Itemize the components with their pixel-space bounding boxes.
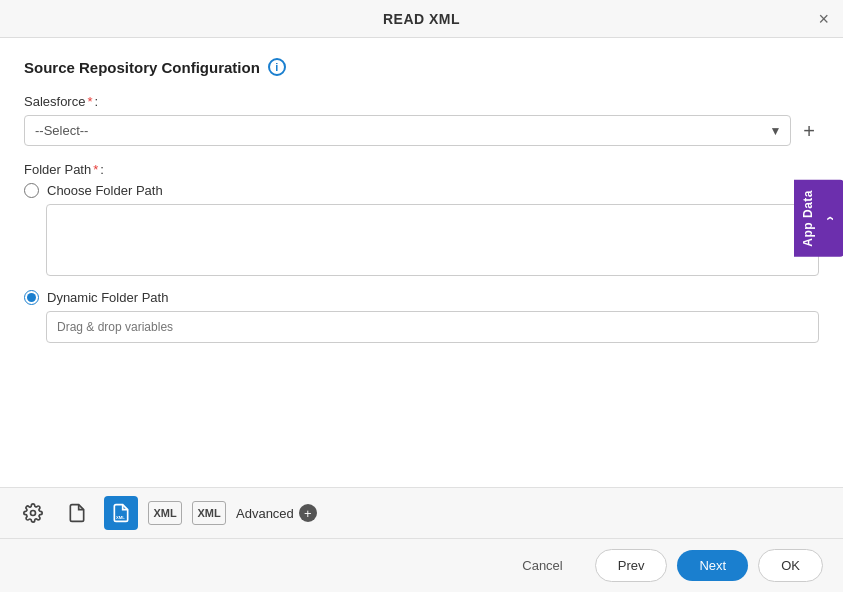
- app-data-tab[interactable]: › App Data: [794, 180, 843, 257]
- section-title-text: Source Repository Configuration: [24, 59, 260, 76]
- settings-icon[interactable]: [16, 496, 50, 530]
- advanced-button[interactable]: Advanced +: [236, 504, 317, 522]
- salesforce-label: Salesforce * :: [24, 94, 819, 109]
- choose-folder-label[interactable]: Choose Folder Path: [47, 183, 163, 198]
- dialog-footer: Cancel Prev Next OK: [0, 538, 843, 592]
- prev-button[interactable]: Prev: [595, 549, 668, 582]
- advanced-plus-icon: +: [299, 504, 317, 522]
- app-data-label: App Data: [801, 190, 815, 247]
- choose-folder-radio[interactable]: [24, 183, 39, 198]
- folder-tree-box: [46, 204, 819, 276]
- folder-required: *: [93, 162, 98, 177]
- xml-icon-1[interactable]: XML: [148, 501, 182, 525]
- salesforce-select[interactable]: --Select--: [24, 115, 791, 146]
- xml-icon-2[interactable]: XML: [192, 501, 226, 525]
- app-data-tab-container: › App Data: [794, 180, 843, 257]
- svg-text:XML: XML: [116, 515, 125, 520]
- salesforce-select-row: --Select-- ▼ +: [24, 115, 819, 146]
- dialog-header: READ XML ×: [0, 0, 843, 38]
- advanced-label: Advanced: [236, 506, 294, 521]
- ok-button[interactable]: OK: [758, 549, 823, 582]
- xml-file-active-icon[interactable]: XML: [104, 496, 138, 530]
- svg-point-0: [31, 511, 36, 516]
- folder-path-label: Folder Path * :: [24, 162, 819, 177]
- folder-path-field-group: Folder Path * : Choose Folder Path Dynam…: [24, 162, 819, 343]
- info-icon[interactable]: i: [268, 58, 286, 76]
- dialog-body: Source Repository Configuration i Salesf…: [0, 38, 843, 487]
- dialog-toolbar: XML XML XML Advanced +: [0, 487, 843, 538]
- dialog: READ XML × Source Repository Configurati…: [0, 0, 843, 592]
- dynamic-folder-label[interactable]: Dynamic Folder Path: [47, 290, 168, 305]
- cancel-button[interactable]: Cancel: [500, 550, 584, 581]
- app-data-chevron-icon: ›: [821, 216, 837, 221]
- next-button[interactable]: Next: [677, 550, 748, 581]
- salesforce-select-wrapper: --Select-- ▼: [24, 115, 791, 146]
- dialog-title: READ XML: [383, 11, 460, 27]
- close-button[interactable]: ×: [818, 10, 829, 28]
- dynamic-path-input[interactable]: [46, 311, 819, 343]
- dynamic-folder-radio-option: Dynamic Folder Path: [24, 290, 819, 305]
- salesforce-required: *: [87, 94, 92, 109]
- section-title: Source Repository Configuration i: [24, 58, 819, 76]
- dynamic-folder-radio[interactable]: [24, 290, 39, 305]
- file-icon[interactable]: [60, 496, 94, 530]
- salesforce-field-group: Salesforce * : --Select-- ▼ +: [24, 94, 819, 146]
- choose-folder-radio-option: Choose Folder Path: [24, 183, 819, 198]
- add-salesforce-button[interactable]: +: [799, 121, 819, 141]
